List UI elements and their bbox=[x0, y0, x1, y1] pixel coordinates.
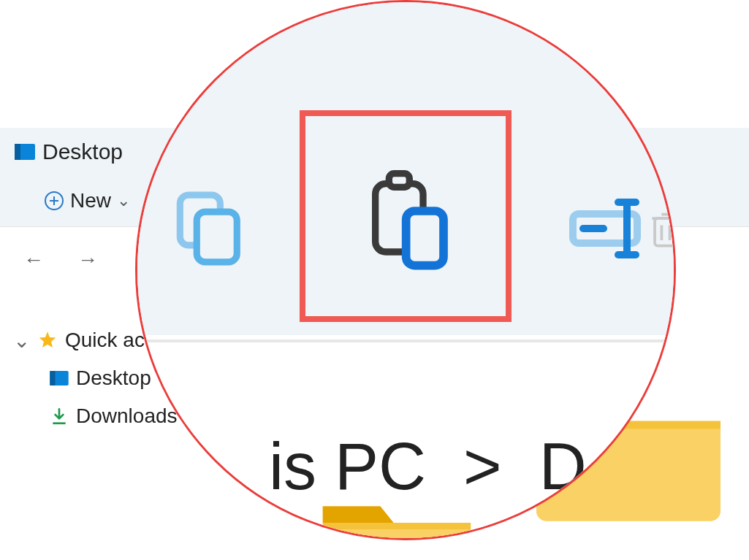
download-icon bbox=[50, 407, 69, 426]
svg-rect-6 bbox=[50, 371, 55, 386]
copy-icon[interactable] bbox=[167, 188, 247, 269]
svg-rect-1 bbox=[15, 144, 20, 160]
folder-icon[interactable] bbox=[313, 477, 481, 540]
rename-icon[interactable] bbox=[569, 188, 656, 269]
sidebar-item-label: Downloads bbox=[76, 404, 178, 428]
window-title: Desktop bbox=[42, 139, 123, 164]
star-icon bbox=[37, 330, 58, 350]
forward-button[interactable]: → bbox=[77, 248, 98, 272]
magnifier-overlay: is PC > D bbox=[135, 0, 676, 540]
svg-rect-12 bbox=[406, 211, 444, 266]
new-button[interactable]: New ⌄ bbox=[44, 189, 130, 212]
sidebar-item-label: Desktop bbox=[76, 367, 151, 390]
desktop-icon bbox=[15, 144, 35, 160]
paste-icon[interactable] bbox=[364, 170, 452, 272]
svg-rect-9 bbox=[197, 212, 237, 262]
new-button-label: New bbox=[70, 189, 111, 212]
desktop-icon bbox=[50, 371, 69, 386]
chevron-down-icon: ⌄ bbox=[117, 191, 130, 210]
back-button[interactable]: ← bbox=[23, 248, 44, 272]
chevron-down-icon: ⌄ bbox=[13, 329, 30, 353]
svg-rect-11 bbox=[389, 174, 409, 188]
plus-circle-icon bbox=[44, 191, 64, 211]
